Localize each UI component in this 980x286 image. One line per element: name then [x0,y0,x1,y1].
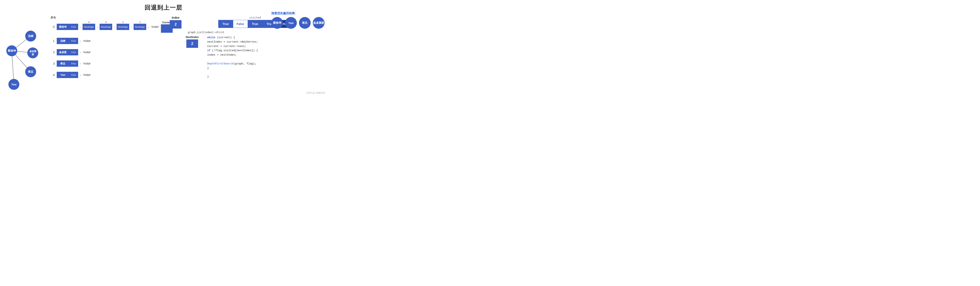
nullptr-label: Nullptr [83,73,91,76]
table-row: 3琢总First→Nullptr [51,60,168,67]
visited-cell: True [218,20,233,28]
dfs-node: 蔡徐坤 [271,17,283,29]
cell-name: 桌桌婆 [57,49,69,55]
edge-wrap: 2NewEdge [116,24,129,30]
code-part: (graph, flag); [233,62,256,65]
table-row: 2桌桌婆First→Nullptr [51,49,168,55]
row-number: 3 [51,62,55,65]
nullptr-label: Nullptr [83,62,91,65]
cell-first: First [69,38,78,44]
code-part: } [207,66,209,70]
next-index-wrap: NextIndex 2 [186,35,199,48]
arrow-right-icon: → [79,51,82,54]
code-line: DepthFirstSearch(graph, flag); [207,62,258,66]
arrow-right-icon: → [79,73,82,77]
code-part: if [207,49,210,52]
table-row: 4YawFirst→Nullptr [51,72,168,78]
edge-wrap: 4NewEdge [83,24,95,30]
code-line: } [207,75,258,79]
dfs-node: 琢总 [299,17,311,29]
edge-cell: NewEdge [134,24,146,30]
code-line: index = nextIndex; [207,53,258,57]
page-title: 回退到上一层 [0,0,327,12]
table-section: 序号 0蔡徐坤First→4NewEdge→3NewEdge→2NewEdge→… [46,14,168,78]
table-rows: 0蔡徐坤First→4NewEdge→3NewEdge→2NewEdge→1Ne… [51,21,168,78]
next-index-value: 2 [186,40,198,48]
arrow-right-icon: → [147,25,150,28]
node-tangmu: 汤姆 [25,31,36,41]
row-number: 0 [51,25,55,28]
code-line: while (current) { [207,35,258,40]
code-part: DepthFirstSearch [207,62,233,65]
code-part: (current) { [215,36,235,39]
dfs-node: 桌桌脑婆 [313,17,325,29]
node-caixukun: 蔡徐坤 [6,45,17,56]
node-yaw: Yaw [8,79,19,90]
dfs-node: Yaw [285,17,297,29]
index-value: 2 [170,20,181,28]
edge-num-label: 1 [139,21,140,23]
code-block: while (current) { nextIndex = current->A… [207,35,258,79]
code-part: (!flag.visited[nextIndex]) { [210,49,258,52]
arrow-right-icon: → [79,62,82,65]
code-line: } [207,66,258,71]
code-line [207,57,258,62]
arrow-right-icon: → [96,25,99,28]
table-row: 0蔡徐坤First→4NewEdge→3NewEdge→2NewEdge→1Ne… [51,21,168,33]
next-index-label: NextIndex [186,35,199,39]
code-part: current = current->next; [207,45,247,48]
edge-cell: NewEdge [116,24,129,30]
cell-first: First [69,72,78,78]
dfs-result-section: 深度优先遍历结果: 蔡徐坤Yaw琢总桌桌脑婆 [271,11,325,29]
nullptr-label: Nullptr [151,25,159,28]
next-index-section: NextIndex 2 while (current) { nextIndex … [186,35,325,79]
cell-first: First [69,24,78,30]
edge-wrap: 1NewEdge [134,24,146,30]
edge-num-label: 3 [105,21,107,23]
row-number: 4 [51,73,55,77]
code-part: index = nextIndex; [207,53,237,57]
cell-name: 琢总 [57,60,69,67]
node-qiuzong: 琢总 [25,66,36,77]
index-label: Index [172,16,180,19]
cell-first: First [69,60,78,67]
code-line [207,70,258,75]
edge-num-label: 2 [122,21,124,23]
nullptr-label: Nullptr [83,51,91,54]
row-number: 2 [51,51,55,54]
edge-num-label: 4 [88,21,89,23]
code-line: current = current->next; [207,44,258,49]
table-row: 1汤姆First→Nullptr [51,38,168,44]
code-line: if (!flag.visited[nextIndex]) { [207,49,258,53]
table-label: 序号 [51,16,168,20]
row-number: 1 [51,39,55,43]
cell-name: 蔡徐坤 [57,24,69,30]
visited-cell: True [248,20,262,28]
edge-cell: NewEdge [83,24,95,30]
dfs-result-nodes: 蔡徐坤Yaw琢总桌桌脑婆 [271,17,325,29]
arrow-right-icon: → [79,40,82,43]
nullptr-label: Nullptr [83,40,91,43]
arrow-right-icon: → [79,25,82,28]
code-part: } [207,75,209,78]
arrow-right-icon: → [113,25,116,28]
graph-list-label: graph.List[index]->First [188,31,325,34]
code-line: nextIndex = current->AdjVertex; [207,40,258,44]
code-part: while [207,36,215,39]
graph-section: 蔡徐坤 汤姆 桌桌脑婆 琢总 Yaw [2,14,46,85]
visited-cell: False [233,20,248,28]
cell-first: First [69,49,78,55]
arrow-right-icon: → [130,25,133,28]
watermark: CSDN @小猫教你弟 [306,92,325,95]
cell-name: 汤姆 [57,38,69,44]
cell-name: Yaw [57,72,69,78]
dfs-result-label: 深度优先遍历结果: [271,11,296,15]
code-part: nextIndex = current->AdjVertex; [207,40,258,43]
edge-cell: NewEdge [100,24,112,30]
edge-wrap: 3NewEdge [100,24,112,30]
node-zhuonao: 桌桌脑婆 [27,47,38,58]
index-section: Index 2 [170,14,181,28]
